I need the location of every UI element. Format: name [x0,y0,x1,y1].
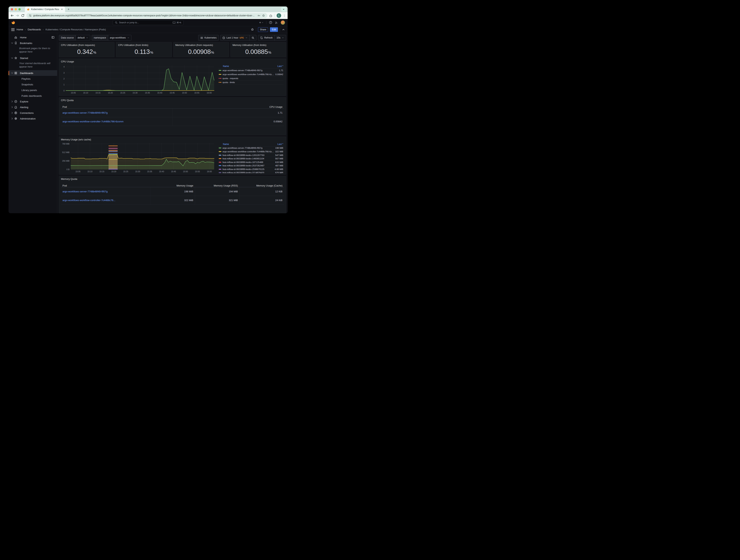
pod-link[interactable]: argo-workflows-workflow-controller-7c448… [63,199,115,202]
browser-menu-icon[interactable] [283,14,286,17]
sidebar-item-explore[interactable]: Explore [9,99,57,104]
site-settings-icon[interactable] [29,14,32,17]
chevron-down-icon[interactable] [10,41,14,44]
zoom-out-button[interactable] [250,35,256,40]
password-key-icon[interactable] [257,14,261,17]
legend-row[interactable]: argo-workflows-workflow-controller-7c448… [218,73,284,77]
pod-link[interactable]: argo-workflows-workflow-controller-7c448… [63,120,123,123]
chevron-right-icon[interactable] [10,106,14,109]
browser-profile-avatar[interactable]: L [277,13,281,18]
stat-panel-memory-limits[interactable]: Memory Utilisation (from limits) 0.00885… [230,42,286,57]
search-input[interactable]: Search or jump to... ⌘+k [113,20,183,25]
sidebar-item-home[interactable]: Home [9,34,57,40]
forward-button[interactable] [16,14,19,17]
extensions-puzzle-icon[interactable] [269,14,273,17]
column-header-pod[interactable]: Pod [61,184,150,187]
column-header-memory-usage-cache[interactable]: Memory Usage (Cache) [240,184,284,187]
series-last-value: 633 MiB [275,161,283,163]
sidebar-item-label: Explore [20,100,28,103]
sidebar-item-playlists[interactable]: Playlists [9,76,57,82]
legend-header-last[interactable]: Last * [277,65,283,68]
namespace-value-dropdown[interactable]: argo-workflows [108,35,131,40]
stat-panel-memory-requests[interactable]: Memory Utilisation (from requests) 0.009… [173,42,229,57]
svg-text:15:55: 15:55 [194,92,199,94]
kubernetes-links-button[interactable]: Kubernetes [198,35,219,40]
sidebar-item-library-panels[interactable]: Library panels [9,87,57,93]
edit-button[interactable]: Edit [270,27,278,32]
stat-panel-cpu-requests[interactable]: CPU Utilisation (from requests) 0.342% [59,42,114,57]
legend-row[interactable]: feat-mlflow-id-06038f89-kedro-3114829420… [218,171,284,173]
reload-button[interactable] [21,14,24,17]
series-last-value: 4.68 MiB [275,168,283,171]
new-tab-button[interactable] [66,7,71,12]
cpu-usage-chart[interactable]: 15:0515:1015:1515:2015:2515:3015:3515:40… [61,64,216,95]
kiosk-chevron-up-icon[interactable] [282,28,285,31]
favorite-star-icon[interactable] [251,28,254,31]
table-cell: 1.71 [173,109,284,117]
sidebar-item-bookmarks[interactable]: Bookmarks [9,40,57,46]
stat-panel-cpu-limits[interactable]: CPU Utilisation (from limits) 0.113% [116,42,172,57]
legend-row[interactable]: feat-mlflow-id-06038f89-kedro-1460651104… [218,157,284,160]
help-icon[interactable] [269,21,272,24]
legend-row[interactable]: feat-mlflow-id-06038f89-kedro-2537352487… [218,164,284,167]
legend-row[interactable]: argo-workflows-server-7748b48f49-f957g1.… [218,69,284,73]
sidebar-item-connections[interactable]: Connections [9,110,57,116]
minimize-window-button[interactable] [15,8,17,10]
column-header-memory-usage-rss[interactable]: Memory Usage (RSS) [195,184,240,187]
grafana-user-avatar[interactable] [281,20,285,25]
legend-row[interactable]: quota - limits [218,81,284,84]
breadcrumb-home[interactable]: Home [16,28,23,31]
chevron-right-icon[interactable] [10,117,14,120]
fullscreen-window-button[interactable] [18,8,21,10]
sidebar-item-public-dashboards[interactable]: Public dashboards [9,93,57,99]
legend-header-name[interactable]: Name [223,65,277,68]
legend-header-name[interactable]: Name [223,143,277,145]
tab-strip-chevron-button[interactable] [281,7,286,12]
pod-link[interactable]: argo-workflows-server-7748b48f49-f957g [63,111,108,114]
pod-link[interactable]: argo-workflows-server-7748b48f49-f957g [63,190,108,193]
series-color-swatch [219,74,221,75]
news-rss-icon[interactable] [275,21,278,24]
legend-row[interactable]: feat-mlflow-id-06038f89-kedro-2598670125… [218,167,284,171]
chevron-right-icon[interactable] [10,100,14,103]
column-header-pod[interactable]: Pod [61,105,173,108]
panel-title: Memory Usage (w/o cache) [59,137,286,141]
legend-row[interactable]: quota - requests [218,77,284,81]
svg-text:2: 2 [64,78,65,80]
browser-tab[interactable]: Kubernetes / Compute Resou [25,6,65,12]
share-button[interactable]: Share [258,27,268,32]
namespace-variable[interactable]: namespace argo-workflows [92,35,131,40]
tab-close-icon[interactable] [61,8,63,11]
chevron-down-icon[interactable] [10,57,14,60]
memory-usage-chart[interactable]: 15:0515:1015:1515:2015:2515:3015:3515:40… [61,141,216,173]
dock-sidebar-icon[interactable] [52,36,55,39]
legend-row[interactable]: argo-workflows-workflow-controller-7c448… [218,150,284,153]
refresh-button[interactable]: Refresh [258,35,275,40]
close-window-button[interactable] [11,8,13,10]
sidebar-item-dashboards[interactable]: Dashboards [9,70,57,76]
sidebar-item-snapshots[interactable]: Snapshots [9,82,57,87]
legend-row[interactable]: feat-mlflow-id-06038f89-kedro-1871254886… [218,160,284,164]
legend-row[interactable]: feat-mlflow-id-06038f89-kedro-1201207793… [218,153,284,157]
grafana-logo[interactable] [11,20,15,25]
chevron-down-icon[interactable] [10,72,14,75]
bookmark-star-icon[interactable] [262,14,265,17]
mega-menu-toggle[interactable] [11,28,15,31]
url-bar[interactable]: grafana.platform.dev.everycure.org/d/85a… [26,13,267,18]
datasource-variable[interactable]: Data source default [59,35,90,40]
legend-row[interactable]: argo-workflows-server-7748b48f49-f957g19… [218,146,284,150]
refresh-interval-dropdown[interactable]: 10s [275,35,286,40]
chevron-right-icon[interactable] [10,111,14,114]
url-text[interactable]: grafana.platform.dev.everycure.org/d/85a… [33,14,256,17]
datasource-value-dropdown[interactable]: default [76,35,90,40]
legend-header-last[interactable]: Last * [277,143,283,145]
back-button[interactable] [10,14,14,17]
breadcrumb-dashboards[interactable]: Dashboards [28,28,41,31]
column-header-memory-usage[interactable]: Memory Usage [150,184,195,187]
add-new-button[interactable] [259,21,264,24]
sidebar-item-starred[interactable]: Starred [9,55,57,61]
column-header-cpu-usage[interactable]: CPU Usage [173,105,284,108]
sidebar-item-alerting[interactable]: Alerting [9,104,57,110]
sidebar-item-administration[interactable]: Administration [9,116,57,121]
time-range-picker[interactable]: Last 1 hour UTC [220,35,250,40]
